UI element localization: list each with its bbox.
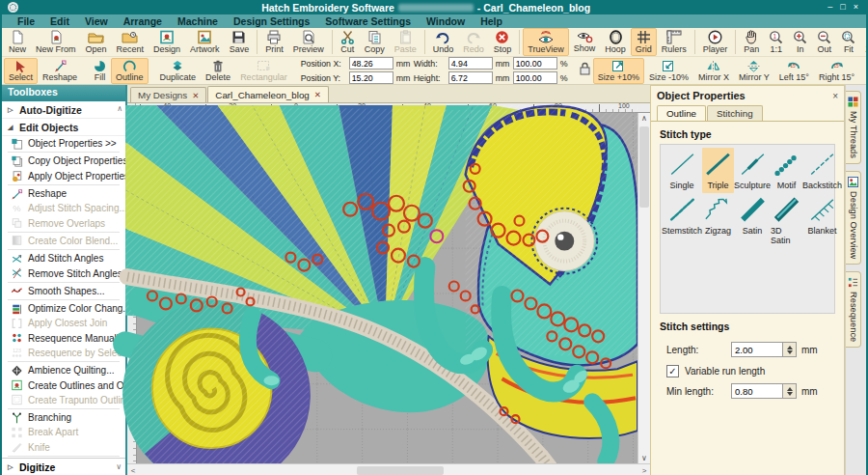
menu-file[interactable]: File	[10, 15, 42, 27]
toolbox-item-create-color-blend[interactable]: Create Color Blend...	[2, 234, 125, 248]
close-button[interactable]: ×	[854, 3, 858, 12]
trueview-toggle[interactable]: TrueView	[523, 28, 569, 56]
menu-help[interactable]: Help	[473, 15, 510, 27]
toolbox-item-remove-stitch-angles[interactable]: Remove Stitch Angles	[2, 265, 125, 280]
restore-button[interactable]: □	[840, 3, 845, 12]
proportional-scale-lock-icon[interactable]	[579, 62, 591, 80]
size-down-button[interactable]: Size -10%	[644, 58, 693, 84]
toolbox-item-apply-object-properties[interactable]: Apply Object Properties	[2, 169, 125, 183]
horizontal-scrollbar[interactable]: < >	[127, 463, 650, 475]
toolbox-item-copy-object-properties[interactable]: Copy Object Properties	[2, 154, 125, 168]
open-button[interactable]: Open	[81, 28, 112, 56]
tab-my-designs[interactable]: My Designs✕	[130, 87, 206, 102]
toolbox-group-auto-digitize[interactable]: ▷Auto-Digitize	[2, 101, 125, 119]
scroll-right-icon[interactable]: >	[638, 466, 650, 475]
zoom-in-button[interactable]: In	[788, 28, 812, 56]
select-tool[interactable]: Select	[4, 58, 38, 84]
toolbox-item-optimize-color-changes[interactable]: Optimize Color Chang...	[2, 301, 125, 316]
toolbox-item-resequence-by-selected[interactable]: 123Resequence by Selecte...	[2, 346, 125, 360]
artwork-button[interactable]: Artwork	[185, 28, 225, 56]
menu-view[interactable]: View	[77, 15, 116, 27]
stitch-type-stemstitch[interactable]: Stemstitch	[662, 193, 702, 248]
toolbox-group-edit-objects[interactable]: ◢Edit Objects	[2, 119, 125, 136]
toolbox-item-reshape[interactable]: Reshape	[2, 186, 125, 201]
player-button[interactable]: Player	[698, 28, 733, 56]
menu-window[interactable]: Window	[419, 15, 473, 27]
rotate-left-15-button[interactable]: 15°Left 15°	[774, 58, 814, 84]
design-button[interactable]: Design	[149, 28, 185, 56]
zoom-button[interactable]: Zoom	[860, 28, 866, 56]
min-length-spinner[interactable]	[783, 383, 797, 399]
width-input[interactable]	[448, 57, 493, 70]
print-button[interactable]: Print	[260, 28, 288, 56]
toolbox-item-break-apart[interactable]: Break Apart	[2, 425, 125, 439]
grid-toggle[interactable]: Grid	[631, 28, 657, 56]
variable-run-length-checkbox[interactable]	[666, 365, 679, 377]
preview-button[interactable]: Preview	[288, 28, 329, 56]
paste-button[interactable]: Paste	[390, 28, 421, 56]
rectangular-select-button[interactable]: Rectangular	[235, 58, 292, 84]
min-length-input[interactable]	[731, 383, 783, 399]
stitch-type-triple[interactable]: Triple	[702, 148, 734, 193]
scroll-down-icon[interactable]: ∨	[638, 454, 650, 462]
close-tab-icon[interactable]: ✕	[192, 92, 199, 99]
vertical-scroll-thumb[interactable]	[639, 126, 649, 208]
menu-arrange[interactable]: Arrange	[116, 15, 170, 27]
position-y-input[interactable]	[349, 71, 393, 84]
height-input[interactable]	[448, 71, 493, 84]
close-tab-icon[interactable]: ✕	[314, 91, 321, 98]
horizontal-scroll-thumb[interactable]	[357, 466, 444, 475]
menu-edit[interactable]: Edit	[42, 15, 77, 27]
zoom-out-button[interactable]: Out	[812, 28, 836, 56]
rulers-toggle[interactable]: Rulers	[657, 28, 692, 56]
toolbox-item-knife[interactable]: Knife	[2, 440, 125, 455]
scroll-up-icon[interactable]: ∧	[638, 114, 650, 123]
duplicate-button[interactable]: Duplicate	[155, 58, 202, 84]
cut-button[interactable]: Cut	[336, 28, 360, 56]
length-input[interactable]	[731, 342, 783, 357]
toolbox-item-remove-overlaps[interactable]: Remove Overlaps	[2, 215, 125, 230]
tab-carl-chameleon-blog[interactable]: Carl_Chameleon_blog✕	[207, 86, 329, 102]
toolbox-item-add-stitch-angles[interactable]: Add Stitch Angles	[2, 251, 125, 265]
tab-stitching[interactable]: Stitching	[707, 105, 763, 121]
toolbox-item-create-trapunto-outlines[interactable]: Create Trapunto Outlin...	[2, 393, 125, 407]
fill-mode-button[interactable]: Fill	[89, 58, 111, 84]
stop-button[interactable]: Stop	[489, 28, 517, 56]
mirror-y-button[interactable]: Mirror Y	[734, 58, 774, 84]
undo-button[interactable]: Undo	[428, 28, 459, 56]
menu-machine[interactable]: Machine	[170, 15, 226, 27]
toolbox-item-smooth-shapes[interactable]: Smooth Shapes...	[2, 284, 125, 298]
rotate-right-15-button[interactable]: 15°Right 15°	[814, 58, 859, 84]
minimize-button[interactable]: –	[827, 3, 832, 12]
stitch-type-satin[interactable]: Satin	[734, 193, 771, 248]
scale-x-input[interactable]	[513, 57, 557, 70]
reshape-tool[interactable]: Reshape	[38, 58, 82, 84]
outline-mode-button[interactable]: Outline	[111, 58, 149, 84]
tab-resequence[interactable]: Resequence	[846, 271, 861, 348]
embroidery-design-chameleon[interactable]	[137, 113, 637, 463]
toolbox-item-branching[interactable]: Branching	[2, 410, 125, 425]
position-x-input[interactable]	[349, 57, 393, 70]
menu-software-settings[interactable]: Software Settings	[317, 15, 419, 27]
tab-design-overview[interactable]: Design Overview	[846, 171, 861, 265]
zoom-1-1-button[interactable]: 11:1	[764, 28, 788, 56]
vertical-scrollbar[interactable]: ∧ ∨	[637, 113, 650, 463]
toolbox-scroll-up-icon[interactable]: ∧	[117, 104, 122, 113]
save-button[interactable]: Save	[225, 28, 255, 56]
toolbox-item-apply-closest-join[interactable]: Apply Closest Join	[2, 316, 125, 330]
stitch-type-backstitch[interactable]: Backstitch	[802, 148, 842, 193]
panel-close-icon[interactable]: ×	[832, 91, 838, 101]
scroll-left-icon[interactable]: <	[127, 466, 139, 475]
design-canvas[interactable]	[137, 113, 637, 463]
size-up-button[interactable]: Size +10%	[593, 58, 644, 84]
toolbox-item-create-outlines-offsets[interactable]: Create Outlines and Of...	[2, 377, 125, 392]
mirror-x-button[interactable]: Mirror X	[693, 58, 734, 84]
stitch-type-zigzag[interactable]: Zigzag	[702, 193, 734, 248]
stitch-type-motif[interactable]: Motif	[771, 148, 802, 193]
tab-my-threads[interactable]: My Threads	[846, 91, 861, 164]
delete-button[interactable]: Delete	[201, 58, 235, 84]
redo-button[interactable]: Redo	[458, 28, 489, 56]
zoom-fit-button[interactable]: Fit	[836, 28, 860, 56]
recent-button[interactable]: Recent▾	[112, 28, 149, 56]
show-button[interactable]: Show▾	[569, 28, 601, 56]
